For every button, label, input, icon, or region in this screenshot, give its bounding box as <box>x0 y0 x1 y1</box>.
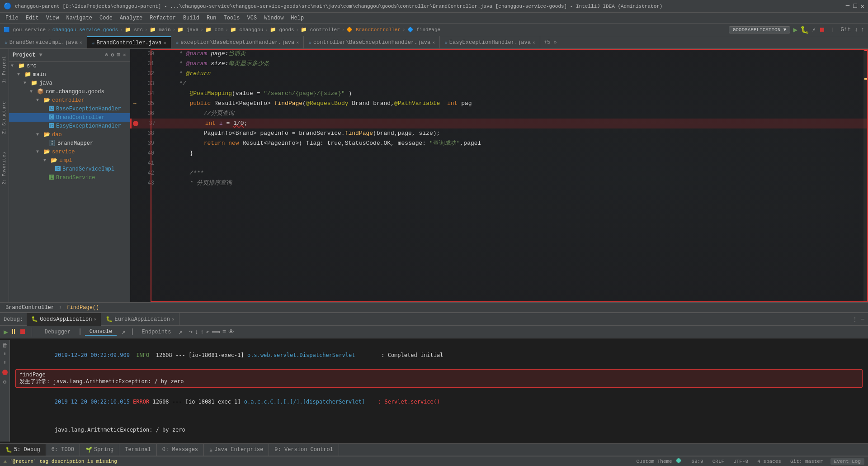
tab-exception-base-handler[interactable]: ☕ exception\BaseExceptionHandler.java ✕ <box>171 36 304 48</box>
tab-java-enterprise[interactable]: ☕ Java Enterprise <box>204 444 269 456</box>
nav-src[interactable]: 📁 src <box>125 27 143 33</box>
run-config-selector[interactable]: GOODSAPPLICATION ▼ <box>729 26 791 33</box>
tab-todo[interactable]: 6: TODO <box>46 444 80 456</box>
menu-tools[interactable]: Tools <box>220 15 244 21</box>
git-status[interactable]: Git: master <box>788 459 825 464</box>
stop-button[interactable]: ⏹ <box>819 26 825 33</box>
debug-more-button[interactable]: ⋮ <box>852 316 858 323</box>
run-button[interactable]: ▶ <box>793 25 797 34</box>
breadcrumb-brand-controller[interactable]: BrandController <box>5 304 54 311</box>
menu-code[interactable]: Code <box>96 15 116 21</box>
sub-tab-endpoints[interactable]: Endpoints <box>137 329 176 335</box>
step-back-button[interactable]: ↶ <box>206 328 209 336</box>
crlf-indicator[interactable]: CRLF <box>711 459 726 464</box>
close-tab-brand-service-impl[interactable]: ✕ <box>80 40 82 45</box>
menu-file[interactable]: File <box>2 15 22 21</box>
encoding-indicator[interactable]: UTF-8 <box>731 459 750 464</box>
nav-goods[interactable]: 📁 goods <box>270 27 294 33</box>
menu-view[interactable]: View <box>42 15 63 21</box>
nav-main[interactable]: 📁 main <box>150 27 171 33</box>
run-to-cursor-button[interactable]: ⟹ <box>212 328 221 336</box>
nav-service-goods[interactable]: changgou-service-goods <box>52 27 118 33</box>
nav-find-page[interactable]: 🔷 findPage <box>407 27 440 33</box>
tree-base-exception-handler[interactable]: 🅲 BaseExceptionHandler <box>9 105 130 113</box>
menu-run[interactable]: Run <box>203 15 220 21</box>
tab-overflow[interactable]: +5 » <box>540 36 561 48</box>
minimize-button[interactable]: ─ <box>846 2 849 10</box>
tree-controller-folder[interactable]: ▼ 📂 controller <box>9 96 130 105</box>
console-breakpoint-button[interactable] <box>2 370 8 375</box>
tree-service-folder[interactable]: ▼ 📂 service <box>9 147 130 156</box>
menu-navigate[interactable]: Navigate <box>62 15 96 21</box>
code-editor[interactable]: 30 * @param page:当前页 31 * @param size:每页… <box>130 49 868 302</box>
maximize-button[interactable]: □ <box>853 2 857 10</box>
structure-tool-button[interactable]: Z: Structure <box>1 98 8 138</box>
step-out-button[interactable]: ↑ <box>200 328 204 336</box>
nav-brand-controller[interactable]: 🔶 BrandController <box>346 27 401 33</box>
nav-changgou[interactable]: 📁 changgou <box>230 27 263 33</box>
debug-tab-eureka-app[interactable]: 🐛 EurekaApplication ✕ <box>101 313 179 326</box>
favorites-tool-button[interactable]: 2: Favorites <box>1 148 8 188</box>
event-log-button[interactable]: Event Log <box>830 458 864 465</box>
tree-main[interactable]: ▼ 📁 main <box>9 70 130 79</box>
tree-brand-service-impl[interactable]: 🅲 BrandServiceImpl <box>9 165 130 173</box>
resume-button[interactable]: ▶ <box>4 328 8 337</box>
tab-easy-exception-handler[interactable]: ☕ EasyExceptionHandler.java ✕ <box>440 36 540 48</box>
breadcrumb-find-page[interactable]: findPage() <box>66 304 99 311</box>
custom-theme-button[interactable]: Custom Theme <box>634 458 684 464</box>
tab-messages[interactable]: 0: Messages <box>157 444 204 456</box>
console-clear-button[interactable]: 🗑 <box>2 342 8 349</box>
tree-brand-service[interactable]: 🅸 BrandService <box>9 173 130 182</box>
git-update-button[interactable]: Git ↓ <box>840 26 858 33</box>
close-tab-brand-controller[interactable]: ✕ <box>164 40 166 46</box>
pause-button[interactable]: ⏸ <box>10 328 17 336</box>
close-goods-app-tab[interactable]: ✕ <box>94 317 96 322</box>
tab-brand-controller[interactable]: ☕ BrandController.java ✕ <box>87 36 171 48</box>
stop-debug-button[interactable]: ⏹ <box>19 328 26 336</box>
tree-src[interactable]: ▼ 📁 src <box>9 62 130 70</box>
debug-button[interactable]: 🐛 <box>800 25 809 34</box>
watch-button[interactable]: 👁 <box>228 328 234 336</box>
close-tab-exception-base[interactable]: ✕ <box>296 40 299 45</box>
tab-brand-service-impl[interactable]: ☕ BrandServiceImpl.java ✕ <box>0 36 87 48</box>
menu-help[interactable]: Help <box>287 15 307 21</box>
console-scroll-top[interactable]: ⬆ <box>3 351 6 357</box>
menu-analyze[interactable]: Analyze <box>116 15 146 21</box>
sidebar-expand-button[interactable]: ⊞ <box>117 52 120 58</box>
sub-tab-debugger[interactable]: Debugger <box>40 329 75 335</box>
evaluate-button[interactable]: ≡ <box>222 328 226 336</box>
step-into-button[interactable]: ↓ <box>194 328 198 336</box>
close-eureka-app-tab[interactable]: ✕ <box>172 317 175 322</box>
menu-vcs[interactable]: VCS <box>244 15 261 21</box>
close-tab-controller-base[interactable]: ✕ <box>432 40 435 45</box>
menu-build[interactable]: Build <box>179 15 203 21</box>
tree-java[interactable]: ▼ 📁 java <box>9 79 130 87</box>
close-tab-easy-exception[interactable]: ✕ <box>533 40 535 45</box>
tree-brand-mapper[interactable]: 🗄️ BrandMapper <box>9 139 130 147</box>
debug-tab-goods-app[interactable]: 🐛 GoodsApplication ✕ <box>27 313 101 326</box>
sidebar-close-button[interactable]: ✕ <box>123 52 126 58</box>
console-scroll-bottom[interactable]: ⬇ <box>3 359 6 366</box>
tree-easy-exception-handler[interactable]: 🅲 EasyExceptionHandler <box>9 122 130 130</box>
tree-impl-folder[interactable]: ▼ 📂 impl <box>9 156 130 165</box>
tree-package[interactable]: ▼ 📦 com.changgou.goods <box>9 87 130 96</box>
tab-version-control[interactable]: 9: Version Control <box>269 444 339 456</box>
git-push-button[interactable]: ↑ <box>861 26 864 33</box>
tab-terminal[interactable]: Terminal <box>119 444 157 456</box>
sidebar-locate-button[interactable]: ⊙ <box>105 52 108 58</box>
project-tool-button[interactable]: 1: Project <box>1 52 8 87</box>
tree-dao-folder[interactable]: ▼ 📂 dao <box>9 130 130 139</box>
tree-brand-controller[interactable]: 🅲 BrandController <box>9 113 130 122</box>
nav-controller[interactable]: 📁 controller <box>301 27 340 33</box>
menu-window[interactable]: Window <box>260 15 287 21</box>
menu-edit[interactable]: Edit <box>22 15 42 21</box>
nav-gou-service[interactable]: 🟦 gou-service <box>4 27 46 33</box>
close-button[interactable]: ✕ <box>861 2 864 10</box>
tab-spring[interactable]: 🌱 Spring <box>80 444 119 456</box>
sidebar-settings-button[interactable]: ⚙ <box>111 52 114 58</box>
profile-button[interactable]: ⚡ <box>812 26 816 33</box>
sub-tab-console[interactable]: Console <box>85 328 117 336</box>
nav-java[interactable]: 📁 java <box>177 27 198 33</box>
menu-refactor[interactable]: Refactor <box>146 15 179 21</box>
step-over-button[interactable]: ↷ <box>189 328 193 336</box>
